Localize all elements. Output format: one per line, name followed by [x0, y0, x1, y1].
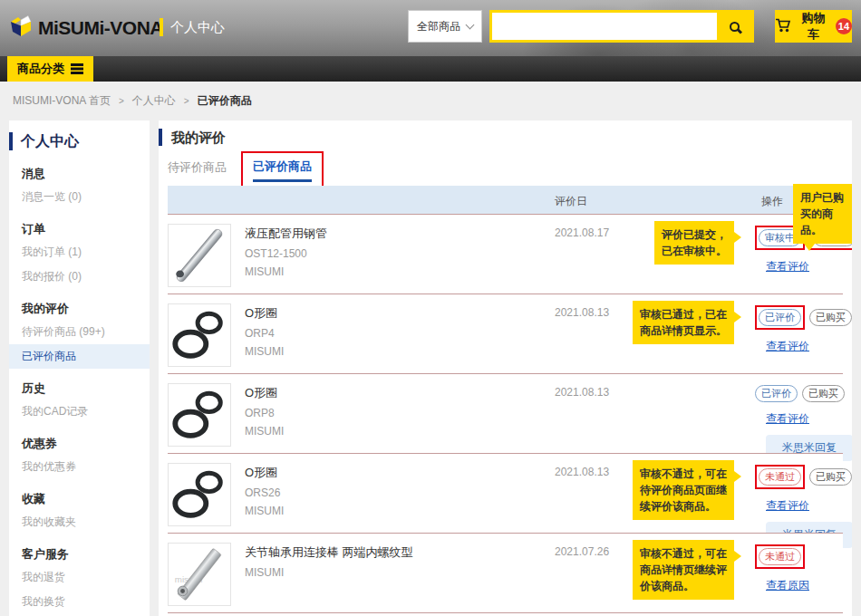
search-button[interactable] — [717, 13, 751, 40]
status-badges: 已评价已购买 — [755, 305, 852, 330]
sidebar-group-header: 客户服务 — [9, 534, 150, 565]
review-date-header: 评价日 — [555, 194, 587, 209]
product-name: O形圈 — [245, 465, 284, 481]
product-brand: MISUMI — [245, 265, 327, 279]
search-category-value: 全部商品 — [417, 19, 460, 34]
categories-label: 商品分类 — [17, 61, 64, 77]
breadcrumb-item[interactable]: MISUMI-VONA 首页 — [13, 93, 111, 109]
breadcrumb-separator: > — [184, 96, 189, 106]
tab-reviewed-products[interactable]: 已评价商品 — [253, 159, 312, 182]
cart-count-badge: 14 — [836, 18, 852, 34]
sidebar-item[interactable]: 已评价商品 — [9, 344, 150, 369]
breadcrumb-item[interactable]: 个人中心 — [132, 93, 176, 109]
row-actions: 未通过查看原因 — [755, 544, 852, 593]
review-date: 2021.08.13 — [555, 306, 609, 319]
sidebar-group: 消息消息一览 (0) — [9, 154, 150, 209]
review-date: 2021.07.26 — [555, 545, 609, 558]
sidebar-item[interactable]: 我的收藏夹 — [9, 510, 150, 534]
product-brand: MISUMI — [245, 504, 284, 518]
review-row: 液压配管用钢管OST12-1500MISUMI2021.08.17评价已提交， … — [168, 214, 843, 294]
search-input[interactable] — [492, 13, 717, 40]
product-info: O形圈ORS26MISUMI — [245, 465, 284, 522]
sidebar-group-header: 优惠券 — [9, 424, 150, 455]
sidebar-group-header: 历史 — [9, 369, 150, 399]
review-row: misumi关节轴承用连接棒 两端内螺纹型MISUMI2021.07.26审核不… — [168, 533, 843, 612]
review-row: O形圈ORP4MISUMI2021.08.13审核已通过，已在 商品详情页显示。… — [168, 294, 843, 373]
action-link[interactable]: 查看评价 — [766, 498, 809, 514]
sidebar-item[interactable]: 消息一览 (0) — [9, 185, 150, 209]
header-section: 个人中心 — [160, 18, 225, 36]
row-actions: 已评价已购买查看评价米思米回复 — [755, 385, 852, 461]
annotation-tooltip: 审核不通过，可在 商品详情页继续评 价该商品。 — [633, 540, 734, 600]
status-badge: 已评价 — [755, 385, 798, 402]
cart-button[interactable]: 购物车 14 — [775, 10, 852, 43]
main-panel: 我的评价 待评价商品已评价商品 评价日 操作 用户已购 买的商品。 液压配管用钢… — [159, 120, 852, 616]
yellow-divider — [160, 18, 163, 36]
product-image-hex-rod: misumi — [168, 543, 231, 606]
sidebar-item[interactable]: 我的订单 (1) — [9, 240, 150, 265]
annotation-red-box: 已评价商品 — [241, 151, 324, 188]
search-box — [489, 10, 754, 43]
row-actions: 已评价已购买查看评价 — [755, 305, 852, 354]
annotation-tooltip: 审核已通过，已在 商品详情页显示。 — [633, 301, 734, 344]
sidebar-item[interactable]: 待评价商品 (99+) — [9, 320, 150, 344]
status-badge: 已评价 — [759, 309, 801, 326]
review-row: O形圈ORP8MISUMI2021.08.13已评价已购买查看评价米思米回复 — [168, 373, 843, 453]
sidebar-group: 历史我的CAD记录 — [9, 369, 150, 424]
product-info: 液压配管用钢管OST12-1500MISUMI — [245, 226, 327, 283]
annotation-red-box: 未通过 — [755, 465, 805, 489]
purchased-annotation-tooltip: 用户已购 买的商品。 — [793, 184, 852, 244]
sidebar-item[interactable]: 我的退货 — [9, 565, 150, 590]
action-link[interactable]: 查看原因 — [766, 578, 809, 593]
breadcrumb-item: 已评价商品 — [198, 93, 252, 109]
sidebar-item[interactable]: 我的报价 (0) — [9, 265, 150, 289]
annotation-tooltip: 审核不通过，可在 待评价商品页面继 续评价该商品。 — [633, 460, 734, 520]
product-image-o-ring — [168, 303, 231, 367]
product-image-o-ring — [168, 383, 231, 447]
sidebar-group: 客户服务我的退货我的换货目录与软件申请 — [9, 534, 150, 616]
sidebar-item[interactable]: 我的换货 — [9, 590, 150, 614]
status-badge: 未通过 — [759, 468, 801, 486]
action-link[interactable]: 查看评价 — [766, 411, 809, 427]
review-row: O形圈ORS26MISUMI2021.08.13审核不通过，可在 待评价商品页面… — [168, 453, 843, 533]
logo[interactable]: MiSUMi-VONA — [9, 14, 163, 42]
product-name: 液压配管用钢管 — [245, 226, 327, 242]
sidebar-group-header: 收藏 — [9, 479, 150, 510]
page: MiSUMi-VONA 个人中心 全部商品 — [0, 0, 861, 616]
tab-pending-products[interactable]: 待评价商品 — [168, 151, 227, 176]
action-link[interactable]: 查看评价 — [766, 339, 809, 354]
review-date: 2021.08.13 — [555, 466, 609, 478]
product-name: O形圈 — [245, 305, 284, 322]
sidebar-item[interactable]: 我的优惠券 — [9, 455, 150, 479]
actions-header: 操作 — [761, 194, 783, 209]
product-model: ORS26 — [245, 486, 284, 500]
product-name: 关节轴承用连接棒 两端内螺纹型 — [245, 544, 413, 561]
sidebar-group-header: 订单 — [9, 209, 150, 240]
product-brand: MISUMI — [245, 344, 284, 359]
table-header: 评价日 操作 — [168, 186, 843, 214]
search-icon — [730, 22, 740, 32]
page-title: 我的评价 — [159, 129, 226, 146]
product-categories-button[interactable]: 商品分类 — [7, 56, 93, 82]
cart-label: 购物车 — [796, 10, 831, 43]
breadcrumb: MISUMI-VONA 首页>个人中心>已评价商品 — [0, 82, 861, 120]
status-badge: 已购买 — [802, 385, 845, 402]
sidebar-group: 收藏我的收藏夹 — [9, 479, 150, 534]
annotation-red-box: 已评价 — [755, 305, 805, 330]
action-link[interactable]: 查看评价 — [766, 259, 809, 274]
cart-icon — [775, 18, 791, 35]
search-area: 全部商品 — [408, 10, 754, 43]
sidebar-group: 优惠券我的优惠券 — [9, 424, 150, 479]
sidebar-group: 订单我的订单 (1)我的报价 (0) — [9, 209, 150, 289]
sidebar-group-header: 我的评价 — [9, 289, 150, 320]
product-model: ORP8 — [245, 406, 284, 420]
status-badge: 未通过 — [759, 548, 801, 565]
sidebar: 个人中心 消息消息一览 (0)订单我的订单 (1)我的报价 (0)我的评价待评价… — [9, 120, 150, 616]
header-banner: MiSUMi-VONA 个人中心 全部商品 — [0, 0, 861, 56]
annotation-red-box: 未通过 — [755, 544, 805, 569]
sidebar-group-header: 消息 — [9, 154, 150, 185]
sidebar-item[interactable]: 我的CAD记录 — [9, 399, 150, 424]
search-category-select[interactable]: 全部商品 — [408, 10, 482, 43]
product-model: OST12-1500 — [245, 246, 327, 261]
product-info: O形圈ORP4MISUMI — [245, 305, 284, 362]
